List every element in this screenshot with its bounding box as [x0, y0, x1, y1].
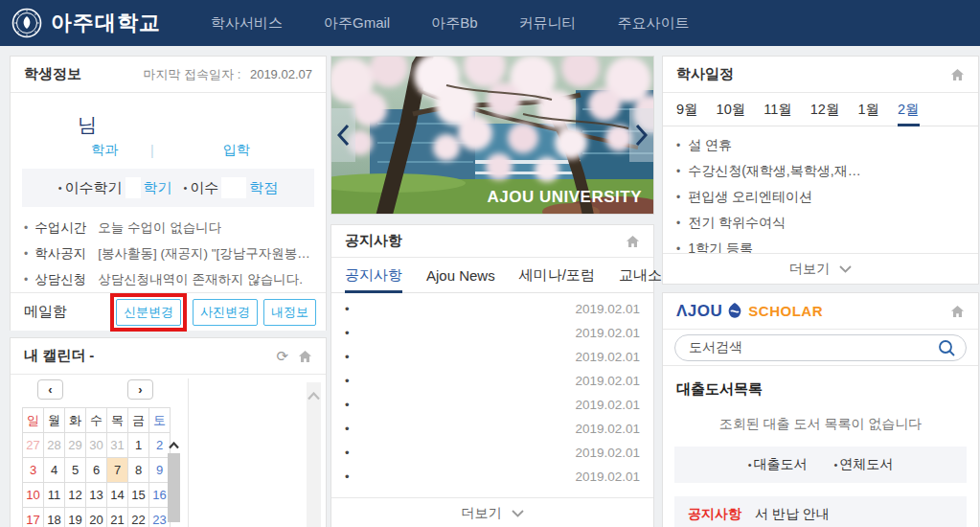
bullet-icon: •: [345, 446, 350, 460]
nav-item-2[interactable]: 아주Gmail: [324, 14, 390, 33]
scrollbar-thumb[interactable]: [168, 453, 180, 522]
profile-button-1[interactable]: 신분변경: [116, 299, 181, 326]
notice-item[interactable]: •2019.02.01: [345, 465, 640, 489]
calendar-day[interactable]: 11: [44, 483, 65, 508]
calendar-prev-button[interactable]: ‹: [37, 379, 63, 400]
calendar-day[interactable]: 31: [107, 433, 128, 458]
schedule-item[interactable]: •설 연휴: [676, 132, 965, 158]
notice-item[interactable]: •2019.02.01: [345, 321, 640, 345]
student-info-row[interactable]: •수업시간오늘 수업이 없습니다: [24, 215, 312, 241]
ajou-scholar-logo[interactable]: ΛJOU SCHOLAR: [676, 302, 823, 321]
credit-unit: 학점: [249, 179, 278, 197]
loan-tab-1[interactable]: •대출도서: [748, 456, 808, 473]
annotation-highlight-box: 신분변경: [110, 293, 187, 332]
calendar-day[interactable]: 28: [44, 433, 65, 458]
mailbox-link[interactable]: 메일함: [24, 303, 67, 321]
nav-item-5[interactable]: 주요사이트: [618, 14, 690, 33]
notice-header: 공지사항: [331, 225, 653, 258]
notice-item[interactable]: •2019.02.01: [345, 417, 640, 441]
month-tab-9월[interactable]: 9월: [676, 93, 698, 126]
notice-item[interactable]: •2019.02.01: [345, 441, 640, 465]
notice-item[interactable]: •2019.02.01: [345, 345, 640, 369]
semester-label: 이수학기: [65, 179, 123, 197]
schedule-item[interactable]: •전기 학위수여식: [676, 210, 965, 236]
calendar-scrollbar[interactable]: [168, 434, 180, 527]
student-info-row[interactable]: •학사공지[봉사활동] (재공지) "[강남구자원봉사센터]…: [24, 241, 312, 266]
profile-button-2[interactable]: 사진변경: [193, 299, 258, 326]
schedule-item[interactable]: •수강신청(재학생,복학생,재…: [676, 158, 965, 184]
calendar-day[interactable]: 1: [128, 433, 149, 458]
calendar-day[interactable]: 15: [128, 483, 149, 508]
calendar-day[interactable]: 12: [65, 483, 86, 508]
home-icon[interactable]: [626, 235, 640, 248]
scroll-up-icon[interactable]: [308, 392, 320, 401]
calendar-day[interactable]: 3: [23, 458, 44, 483]
info-label: 수업시간: [34, 219, 86, 237]
ajou-portal-page: 아주대학교 학사서비스아주Gmail아주Bb커뮤니티주요사이트 학생정보 마지막…: [0, 0, 980, 527]
book-search-input[interactable]: 도서검색: [674, 334, 967, 361]
calendar-day[interactable]: 18: [44, 508, 65, 527]
weekday-header: 목: [107, 408, 128, 433]
nav-item-1[interactable]: 학사서비스: [211, 14, 283, 33]
academic-schedule-panel: 학사일정 9월10월11월12월1월2월 •설 연휴•수강신청(재학생,복학생,…: [662, 56, 979, 285]
my-calendar-panel: 내 캘린더 - ⟳ ‹ › 일월화수목금토 272829303112345678…: [10, 337, 327, 527]
calendar-day[interactable]: 14: [107, 483, 128, 508]
calendar-day[interactable]: 21: [107, 508, 128, 527]
nav-item-4[interactable]: 커뮤니티: [519, 14, 577, 33]
notice-tab-1[interactable]: 공지사항: [345, 258, 402, 292]
credit-label: 이수: [190, 179, 218, 197]
calendar-day[interactable]: 19: [65, 508, 86, 527]
bullet-icon: •: [676, 165, 680, 178]
month-tab-11월[interactable]: 11월: [763, 93, 792, 126]
month-tab-10월[interactable]: 10월: [717, 93, 746, 126]
notice-more-button[interactable]: 더보기: [331, 497, 653, 527]
search-icon[interactable]: [938, 339, 956, 357]
home-icon[interactable]: [298, 350, 312, 363]
calendar-day[interactable]: 4: [44, 458, 65, 483]
schedule-item[interactable]: •편입생 오리엔테이션: [676, 184, 965, 210]
home-icon[interactable]: [950, 68, 965, 81]
info-value: 상담신청내역이 존재하지 않습니다.: [98, 271, 303, 288]
calendar-day[interactable]: 6: [86, 458, 107, 483]
calendar-day[interactable]: 20: [86, 508, 107, 527]
university-logo[interactable]: 아주대학교: [11, 8, 161, 38]
notice-tab-3[interactable]: 세미나/포럼: [519, 258, 595, 292]
calendar-day[interactable]: 7: [107, 458, 128, 483]
slideshow-next-button[interactable]: [629, 108, 653, 162]
home-icon[interactable]: [950, 305, 965, 318]
calendar-day[interactable]: 10: [23, 483, 44, 508]
calendar-day[interactable]: 5: [65, 458, 86, 483]
notice-date: 2019.02.01: [575, 374, 640, 388]
events-scrollbar[interactable]: [307, 382, 321, 527]
slideshow-prev-button[interactable]: [331, 108, 355, 162]
calendar-day[interactable]: 8: [128, 458, 149, 483]
month-tab-1월[interactable]: 1월: [857, 93, 879, 126]
month-tab-12월[interactable]: 12월: [810, 93, 840, 126]
schedule-more-button[interactable]: 더보기: [663, 253, 978, 284]
loan-tabs-bar: •대출도서•연체도서: [674, 447, 967, 483]
refresh-icon[interactable]: ⟳: [276, 349, 288, 363]
notice-panel: 공지사항 공지사항Ajou News세미나/포럼교내소식 •2019.02.01…: [330, 224, 654, 527]
notice-item[interactable]: •2019.02.01: [345, 297, 640, 321]
calendar-day[interactable]: 22: [128, 508, 149, 527]
library-notice-link[interactable]: 서 반납 안내: [755, 506, 830, 523]
nav-item-3[interactable]: 아주Bb: [431, 14, 477, 33]
student-info-row[interactable]: •상담신청상담신청내역이 존재하지 않습니다.: [24, 266, 312, 292]
university-emblem-icon: [11, 8, 42, 38]
loan-tab-2[interactable]: •연체도서: [834, 456, 894, 473]
notice-tab-2[interactable]: Ajou News: [426, 258, 495, 292]
profile-button-3[interactable]: 내정보: [263, 299, 316, 326]
notice-item[interactable]: •2019.02.01: [345, 369, 640, 393]
calendar-day[interactable]: 29: [65, 433, 86, 458]
chevron-down-icon: [839, 265, 852, 273]
calendar-day[interactable]: 27: [23, 433, 44, 458]
slideshow-caption: AJOU UNIVERSITY: [488, 188, 642, 207]
calendar-day[interactable]: 13: [86, 483, 107, 508]
calendar-next-button[interactable]: ›: [127, 379, 153, 400]
calendar-day[interactable]: 17: [23, 508, 44, 527]
scroll-up-icon[interactable]: [169, 442, 179, 449]
admission-label: 입학: [223, 142, 250, 159]
month-tab-2월[interactable]: 2월: [898, 93, 920, 126]
notice-item[interactable]: •2019.02.01: [345, 393, 640, 417]
calendar-day[interactable]: 30: [86, 433, 107, 458]
